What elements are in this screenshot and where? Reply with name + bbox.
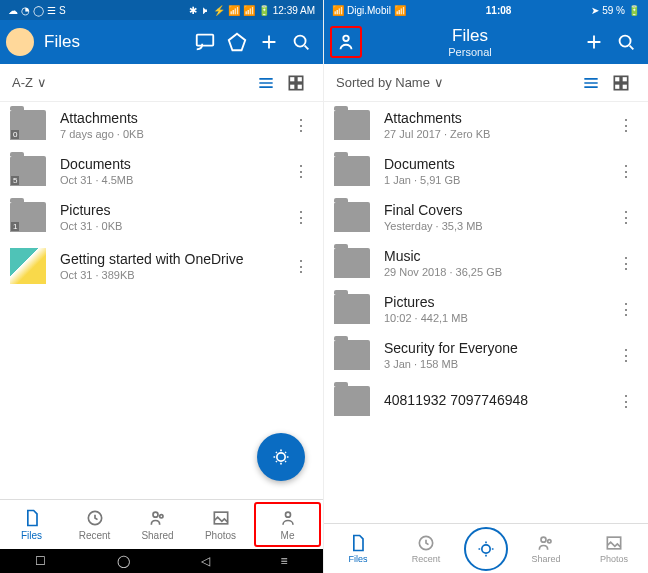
- item-name: Pictures: [384, 294, 614, 310]
- back-icon[interactable]: ◁: [201, 554, 210, 568]
- tab-recent[interactable]: Recent: [392, 533, 460, 564]
- folder-icon: [334, 248, 370, 278]
- view-grid-icon[interactable]: [281, 68, 311, 98]
- more-icon[interactable]: ⋮: [614, 116, 638, 135]
- list-item[interactable]: Pictures10:02 · 442,1 MB⋮: [324, 286, 648, 332]
- status-bar: 📶Digi.Mobil📶 11:08 ➤59 %🔋: [324, 0, 648, 20]
- more-icon[interactable]: ⋮: [289, 162, 313, 181]
- more-icon[interactable]: ⋮: [614, 208, 638, 227]
- add-icon[interactable]: [253, 26, 285, 58]
- menu-icon[interactable]: ≡: [281, 554, 288, 568]
- list-item[interactable]: Final CoversYesterday · 35,3 MB⋮: [324, 194, 648, 240]
- more-icon[interactable]: ⋮: [614, 346, 638, 365]
- premium-icon[interactable]: [221, 26, 253, 58]
- item-name: Getting started with OneDrive: [60, 251, 289, 267]
- tab-recent[interactable]: Recent: [63, 500, 126, 549]
- item-name: 40811932 7097746948: [384, 392, 614, 408]
- more-icon[interactable]: ⋮: [289, 257, 313, 276]
- list-item[interactable]: 1PicturesOct 31 · 0KB⋮: [0, 194, 323, 240]
- view-list-icon[interactable]: [251, 68, 281, 98]
- svg-point-9: [159, 515, 162, 518]
- file-list: Attachments27 Jul 2017 · Zero KB⋮Documen…: [324, 102, 648, 424]
- svg-rect-2: [289, 76, 295, 82]
- sort-bar: A-Z∨: [0, 64, 323, 102]
- tab-photos[interactable]: Photos: [189, 500, 252, 549]
- list-item[interactable]: 40811932 7097746948⋮: [324, 378, 648, 424]
- item-meta: 3 Jan · 158 MB: [384, 358, 614, 370]
- status-bar: ☁◔◯☰S ✱🕨⚡📶📶🔋12:39 AM: [0, 0, 323, 20]
- list-item[interactable]: Music29 Nov 2018 · 36,25 GB⋮: [324, 240, 648, 286]
- view-list-icon[interactable]: [576, 68, 606, 98]
- home-icon[interactable]: ◯: [117, 554, 130, 568]
- svg-point-6: [277, 453, 285, 461]
- item-name: Documents: [384, 156, 614, 172]
- page-title: Files: [362, 26, 578, 46]
- list-item[interactable]: Security for Everyone3 Jan · 158 MB⋮: [324, 332, 648, 378]
- sort-button[interactable]: Sorted by Name∨: [336, 75, 444, 90]
- list-item[interactable]: 5DocumentsOct 31 · 4.5MB⋮: [0, 148, 323, 194]
- tab-me[interactable]: Me: [254, 502, 321, 547]
- more-icon[interactable]: ⋮: [614, 300, 638, 319]
- android-screen: ☁◔◯☰S ✱🕨⚡📶📶🔋12:39 AM Files A-Z∨ 0Attachm…: [0, 0, 324, 573]
- add-icon[interactable]: [578, 26, 610, 58]
- folder-icon: [10, 248, 46, 284]
- more-icon[interactable]: ⋮: [614, 162, 638, 181]
- search-icon[interactable]: [610, 26, 642, 58]
- list-item[interactable]: Getting started with OneDriveOct 31 · 38…: [0, 240, 323, 292]
- item-name: Final Covers: [384, 202, 614, 218]
- item-meta: 10:02 · 442,1 MB: [384, 312, 614, 324]
- item-meta: Oct 31 · 0KB: [60, 220, 289, 232]
- item-name: Security for Everyone: [384, 340, 614, 356]
- list-item[interactable]: 0Attachments7 days ago · 0KB⋮: [0, 102, 323, 148]
- item-meta: 7 days ago · 0KB: [60, 128, 289, 140]
- profile-icon[interactable]: [330, 26, 362, 58]
- folder-icon: [334, 294, 370, 324]
- folder-icon: [334, 386, 370, 416]
- android-nav-bar: ☐ ◯ ◁ ≡: [0, 549, 323, 573]
- svg-point-21: [548, 540, 551, 543]
- list-item[interactable]: Documents1 Jan · 5,91 GB⋮: [324, 148, 648, 194]
- svg-point-13: [620, 36, 631, 47]
- more-icon[interactable]: ⋮: [289, 116, 313, 135]
- svg-point-19: [482, 544, 490, 552]
- bottom-nav: Files Recent Shared Photos Me: [0, 499, 323, 549]
- ios-screen: 📶Digi.Mobil📶 11:08 ➤59 %🔋 Files Personal…: [324, 0, 648, 573]
- scan-fab[interactable]: [464, 527, 508, 571]
- sort-button[interactable]: A-Z∨: [12, 75, 47, 90]
- folder-icon: 5: [10, 156, 46, 186]
- tab-shared[interactable]: Shared: [126, 500, 189, 549]
- page-subtitle: Personal: [362, 46, 578, 58]
- svg-rect-15: [622, 76, 628, 82]
- app-header: Files: [0, 20, 323, 64]
- tab-files[interactable]: Files: [0, 500, 63, 549]
- more-icon[interactable]: ⋮: [614, 392, 638, 411]
- svg-rect-4: [289, 83, 295, 89]
- avatar[interactable]: [6, 28, 34, 56]
- more-icon[interactable]: ⋮: [614, 254, 638, 273]
- tab-shared[interactable]: Shared: [512, 533, 580, 564]
- cast-icon[interactable]: [189, 26, 221, 58]
- folder-icon: 0: [10, 110, 46, 140]
- app-header: Files Personal: [324, 20, 648, 64]
- item-meta: Yesterday · 35,3 MB: [384, 220, 614, 232]
- item-meta: 27 Jul 2017 · Zero KB: [384, 128, 614, 140]
- tab-files[interactable]: Files: [324, 533, 392, 564]
- search-icon[interactable]: [285, 26, 317, 58]
- item-meta: Oct 31 · 389KB: [60, 269, 289, 281]
- svg-rect-5: [297, 83, 303, 89]
- item-meta: 29 Nov 2018 · 36,25 GB: [384, 266, 614, 278]
- more-icon[interactable]: ⋮: [289, 208, 313, 227]
- svg-rect-3: [297, 76, 303, 82]
- svg-rect-16: [614, 83, 620, 89]
- view-grid-icon[interactable]: [606, 68, 636, 98]
- svg-point-12: [343, 36, 349, 42]
- bottom-nav: Files Recent Shared Photos: [324, 523, 648, 573]
- scan-fab[interactable]: [257, 433, 305, 481]
- svg-rect-17: [622, 83, 628, 89]
- sort-bar: Sorted by Name∨: [324, 64, 648, 102]
- list-item[interactable]: Attachments27 Jul 2017 · Zero KB⋮: [324, 102, 648, 148]
- tab-photos[interactable]: Photos: [580, 533, 648, 564]
- svg-point-20: [541, 537, 546, 542]
- item-name: Pictures: [60, 202, 289, 218]
- recent-apps-icon[interactable]: ☐: [35, 554, 46, 568]
